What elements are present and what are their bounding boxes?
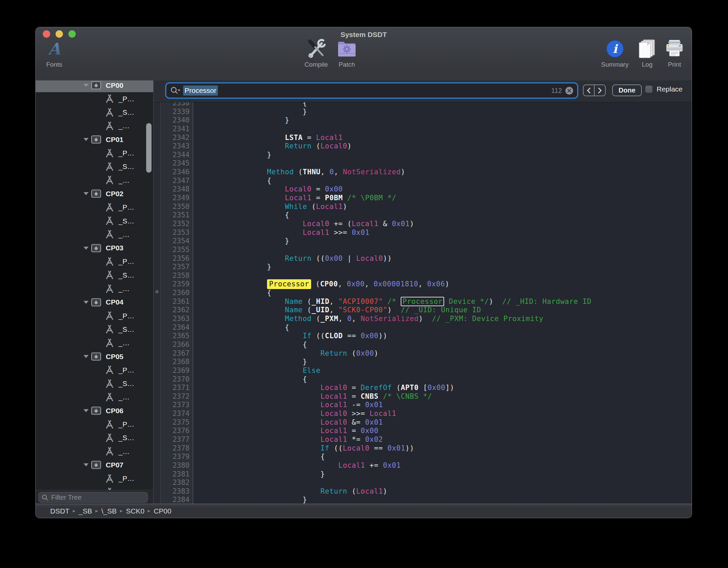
code-line[interactable]: 2368 } — [154, 358, 692, 366]
code-line[interactable]: 2356 Return ((0x00 | Local0)) — [154, 254, 692, 263]
tree-item-method[interactable]: _S… — [36, 485, 153, 490]
code-line[interactable]: 2379 { — [154, 453, 692, 461]
code-line[interactable]: 2362 Name (_UID, "SCK0-CP00") // _UID: U… — [154, 306, 692, 315]
tree-item-method[interactable]: _P… — [36, 472, 153, 486]
code-line[interactable]: 2357 } — [154, 263, 692, 272]
code-line[interactable]: 2349 Local1 = P0BM /* \P0BM */ — [154, 194, 692, 203]
tree-item-method[interactable]: _P… — [36, 92, 153, 106]
code-line[interactable]: 2343 Return (Local0) — [154, 142, 692, 151]
code-line[interactable]: 2338 { — [154, 102, 692, 108]
code-line[interactable]: 2341 — [154, 125, 692, 134]
tree-item-method[interactable]: _S… — [36, 160, 153, 174]
code-line[interactable]: 2370 { — [154, 375, 692, 384]
tree-item-cp00[interactable]: CP00 — [36, 80, 153, 92]
tree-item-method[interactable]: _S… — [36, 322, 153, 336]
tree-item-method[interactable]: _S… — [36, 106, 153, 119]
tree-item-method[interactable]: _… — [36, 173, 153, 187]
code-line[interactable]: 2340 } — [154, 116, 692, 125]
code-line[interactable]: 2353 Local1 >>= 0x01 — [154, 228, 692, 237]
breadcrumb-item[interactable]: DSDT — [50, 507, 69, 515]
code-line[interactable]: 2381 } — [154, 470, 692, 479]
tree-item-method[interactable]: _P… — [36, 418, 153, 431]
tree-item-cp06[interactable]: CP06 — [36, 404, 153, 418]
tree-item-method[interactable]: _… — [36, 119, 153, 133]
code-line[interactable]: 2372 Local1 = CNBS /* \CNBS */ — [154, 392, 692, 401]
tree-item-cp02[interactable]: CP02 — [36, 187, 153, 201]
disclosure-triangle-icon[interactable] — [84, 83, 89, 87]
code-editor[interactable]: 2338 {2339 }2340 }23412342 LSTA = Local1… — [154, 102, 692, 504]
breadcrumb-item[interactable]: _SB — [79, 507, 92, 515]
tree-item-method[interactable]: _P… — [36, 255, 153, 269]
disclosure-triangle-icon[interactable] — [84, 300, 89, 304]
code-line[interactable]: 2365 If ((CLOD == 0x00)) — [154, 332, 692, 341]
disclosure-triangle-icon[interactable] — [84, 192, 89, 196]
disclosure-triangle-icon[interactable] — [84, 246, 89, 250]
code-line[interactable]: 2355 — [154, 246, 692, 254]
code-line[interactable]: 2384 } — [154, 496, 692, 504]
code-line[interactable]: 2350 While (Local1) — [154, 203, 692, 211]
tree-item-method[interactable]: _S… — [36, 214, 153, 228]
code-line[interactable]: 2358 — [154, 272, 692, 280]
code-line[interactable]: 2378 If ((Local0 == 0x01)) — [154, 444, 692, 453]
find-next-button[interactable] — [595, 85, 605, 96]
close-button[interactable] — [43, 30, 50, 38]
disclosure-triangle-icon[interactable] — [84, 138, 89, 141]
log-button[interactable]: Log — [638, 38, 657, 68]
filter-tree-field[interactable] — [38, 492, 148, 503]
replace-checkbox[interactable] — [645, 85, 653, 93]
code-line[interactable]: 2359 Processor (CP00, 0x00, 0x00001810, … — [154, 280, 692, 289]
code-line[interactable]: 2383 Return (Local1) — [154, 487, 692, 496]
disclosure-triangle-icon[interactable] — [84, 409, 89, 413]
zoom-button[interactable] — [68, 30, 76, 38]
breadcrumb-item[interactable]: CP00 — [154, 507, 171, 515]
code-line[interactable]: 2371 Local0 = DerefOf (APT0 [0x00]) — [154, 384, 692, 392]
tree-item-method[interactable]: _S… — [36, 268, 153, 282]
tree-item-method[interactable]: _… — [36, 227, 153, 241]
sidebar-scrollbar[interactable] — [146, 123, 152, 173]
code-line[interactable]: 2342 LSTA = Local1 — [154, 134, 692, 142]
code-line[interactable]: 2367 Return (0x00) — [154, 349, 692, 358]
code-line[interactable]: 2354 } — [154, 237, 692, 246]
code-line[interactable]: 2351 { — [154, 211, 692, 220]
tree-item-cp07[interactable]: CP07 — [36, 458, 153, 472]
patch-button[interactable]: Patch — [337, 38, 357, 68]
print-button[interactable]: Print — [665, 38, 684, 68]
code-line[interactable]: 2346 Method (THNU, 0, NotSerialized) — [154, 168, 692, 177]
tree-item-method[interactable]: _P… — [36, 363, 153, 377]
minimize-button[interactable] — [56, 30, 63, 38]
filter-tree-input[interactable] — [51, 493, 144, 502]
summary-button[interactable]: i Summary — [601, 38, 628, 68]
code-line[interactable]: 2366 { — [154, 341, 692, 349]
code-line[interactable]: 2352 Local0 += (Local1 & 0x01) — [154, 220, 692, 228]
breadcrumb-item[interactable]: \_SB — [101, 507, 117, 515]
code-line[interactable]: 2363 Method (_PXM, 0, NotSerialized) // … — [154, 315, 692, 323]
tree-item-cp03[interactable]: CP03 — [36, 241, 153, 255]
code-line[interactable]: 2377 Local1 *= 0x02 — [154, 435, 692, 444]
fonts-button[interactable]: A Fonts — [46, 38, 62, 68]
tree-item-method[interactable]: _P… — [36, 201, 153, 214]
tree-item-method[interactable]: _P… — [36, 309, 153, 323]
code-line[interactable]: 2361 Name (_HID, "ACPI0007" /* Processor… — [154, 297, 692, 306]
code-line[interactable]: 2373 Local1 -= 0x01 — [154, 401, 692, 410]
code-line[interactable]: 2382 — [154, 478, 692, 487]
clear-search-button[interactable] — [565, 87, 573, 95]
tree-item-method[interactable]: _… — [36, 336, 153, 350]
code-line[interactable]: 2347 { — [154, 177, 692, 185]
code-line[interactable]: 2348 Local0 = 0x00 — [154, 185, 692, 194]
code-line[interactable]: 2339 } — [154, 108, 692, 116]
compile-button[interactable]: Compile — [304, 38, 328, 68]
done-button[interactable]: Done — [612, 84, 642, 96]
tree-item-cp04[interactable]: CP04 — [36, 295, 153, 309]
code-line[interactable]: 2344 } — [154, 151, 692, 159]
tree-item-method[interactable]: _… — [36, 282, 153, 296]
code-line[interactable]: 2360 { — [154, 289, 692, 297]
code-line[interactable]: 2375 Local0 &= 0x01 — [154, 418, 692, 427]
tree-item-cp05[interactable]: CP05 — [36, 350, 153, 363]
find-previous-button[interactable] — [584, 85, 595, 96]
code-line[interactable]: 2369 Else — [154, 366, 692, 375]
code-line[interactable]: 2374 Local0 >>= Local1 — [154, 410, 692, 418]
code-line[interactable]: 2364 { — [154, 323, 692, 332]
search-menu-icon[interactable] — [170, 86, 180, 95]
tree-item-method[interactable]: _P… — [36, 146, 153, 160]
code-line[interactable]: 2376 Local1 = 0x00 — [154, 427, 692, 435]
